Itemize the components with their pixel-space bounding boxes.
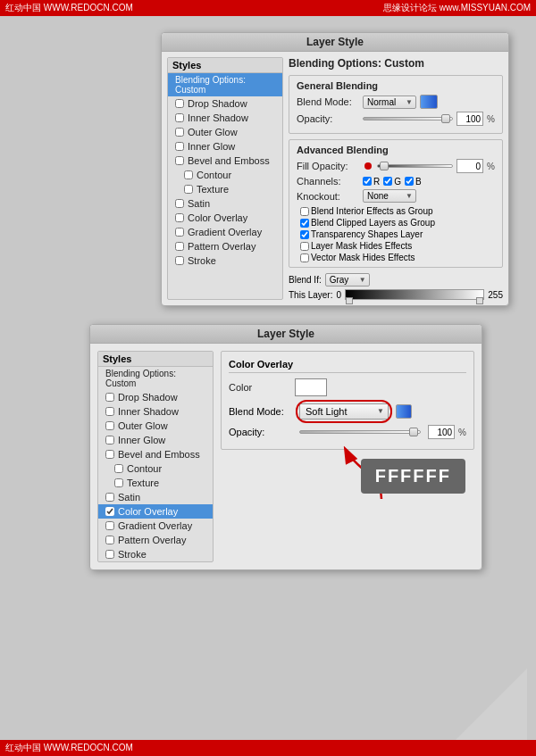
styles-item-satin-b[interactable]: Satin (98, 490, 213, 504)
blend-interior-checkbox[interactable]: Blend Interior Effects as Group (300, 206, 495, 216)
general-blending-title: General Blending (297, 80, 495, 91)
fill-opacity-indicator (364, 162, 372, 170)
styles-item-drop-shadow[interactable]: Drop Shadow (168, 96, 282, 111)
styles-item-pattern-overlay-b[interactable]: Pattern Overlay (98, 533, 213, 547)
fill-opacity-label: Fill Opacity: (297, 161, 359, 171)
opacity-thumb[interactable] (441, 114, 450, 123)
styles-panel-top-heading: Styles (168, 58, 282, 73)
blend-mode-arrow-btn[interactable] (396, 404, 412, 419)
opacity-slider-bottom[interactable] (299, 430, 421, 434)
styles-item-inner-shadow-b[interactable]: Inner Shadow (98, 404, 213, 419)
color-overlay-section-title: Color Overlay (229, 359, 466, 373)
channels-checkboxes: R G B (363, 177, 422, 187)
channel-g[interactable]: G (383, 177, 401, 187)
styles-item-texture[interactable]: Texture (168, 182, 282, 196)
styles-item-gradient-overlay-top[interactable]: Gradient Overlay (168, 225, 282, 239)
knockout-row: Knockout: None (297, 189, 495, 203)
styles-panel-bottom-heading: Styles (98, 352, 213, 367)
styles-panel-bottom: Styles Blending Options: Custom Drop Sha… (97, 351, 214, 562)
opacity-unit-bottom: % (458, 428, 466, 437)
styles-item-blending-options[interactable]: Blending Options: Custom (168, 73, 282, 96)
dialog-bottom-title: Layer Style (90, 325, 482, 344)
this-layer-slider[interactable] (345, 289, 484, 300)
styles-item-contour[interactable]: Contour (168, 168, 282, 182)
advanced-blending-section: Advanced Blending Fill Opacity: % Channe… (289, 139, 503, 268)
blend-mode-label: Blend Mode: (297, 96, 359, 107)
styles-item-color-overlay-active[interactable]: Color Overlay (98, 504, 213, 519)
hex-color-label-container: FFFFFF (361, 459, 465, 494)
transparency-shapes-checkbox[interactable]: Transparency Shapes Layer (300, 229, 495, 239)
styles-item-stroke-top[interactable]: Stroke (168, 253, 282, 268)
opacity-row: Opacity: % (297, 112, 495, 126)
knockout-dropdown[interactable]: None (363, 189, 416, 203)
color-overlay-box: Color Overlay Color Blend Mode: Soft Lig… (221, 351, 474, 450)
styles-item-drop-shadow-b[interactable]: Drop Shadow (98, 390, 213, 404)
blend-if-row: Blend If: Gray (289, 273, 503, 287)
color-overlay-section: Color Overlay Color Blend Mode: Soft Lig… (221, 351, 474, 562)
this-layer-row: This Layer: 0 255 (289, 289, 503, 300)
annotation-area: FFFFFF (221, 450, 474, 503)
styles-item-outer-glow-b[interactable]: Outer Glow (98, 419, 213, 433)
blend-mode-color-swatch[interactable] (420, 95, 438, 109)
blending-options-title: Blending Options: Custom (289, 57, 503, 70)
this-layer-left-handle[interactable] (346, 297, 353, 304)
opacity-input-bottom[interactable] (428, 425, 455, 439)
blend-clipped-checkbox[interactable]: Blend Clipped Layers as Group (300, 218, 495, 228)
fill-opacity-row: Fill Opacity: % (297, 159, 495, 173)
styles-item-gradient-overlay-b[interactable]: Gradient Overlay (98, 519, 213, 533)
fill-opacity-unit: % (487, 162, 495, 171)
blend-mode-row: Blend Mode: Normal (297, 95, 495, 109)
styles-item-blending-options-bottom[interactable]: Blending Options: Custom (98, 367, 213, 390)
blend-mode-dropdown-bottom[interactable]: Soft Light (299, 403, 389, 420)
channels-row: Channels: R G B (297, 176, 495, 187)
styles-item-inner-glow-b[interactable]: Inner Glow (98, 433, 213, 447)
fill-opacity-slider[interactable] (377, 164, 453, 168)
channel-b[interactable]: B (405, 177, 422, 187)
layer-style-dialog-bottom: Layer Style Styles Blending Options: Cus… (89, 324, 482, 570)
hex-color-label: FFFFFF (361, 459, 465, 494)
bottom-watermark: 红动中国 WWW.REDOCN.COM (0, 740, 536, 756)
styles-item-stroke-b[interactable]: Stroke (98, 547, 213, 561)
blend-mode-dropdown[interactable]: Normal (363, 96, 416, 109)
styles-item-inner-glow[interactable]: Inner Glow (168, 139, 282, 154)
advanced-blending-title: Advanced Blending (297, 145, 495, 155)
vector-mask-checkbox[interactable]: Vector Mask Hides Effects (300, 253, 495, 262)
styles-item-bevel-emboss-b[interactable]: Bevel and Emboss (98, 447, 213, 461)
advanced-checkboxes: Blend Interior Effects as Group Blend Cl… (300, 206, 495, 262)
svg-marker-0 (456, 669, 527, 740)
layer-style-dialog-top: Layer Style Styles Blending Options: Cus… (161, 32, 509, 306)
knockout-label: Knockout: (297, 191, 359, 202)
this-layer-right-handle[interactable] (476, 297, 483, 304)
fill-opacity-thumb[interactable] (380, 162, 389, 170)
blend-if-label: Blend If: (289, 275, 322, 285)
opacity-unit: % (487, 114, 495, 124)
channel-r[interactable]: R (363, 177, 380, 187)
opacity-label-bottom: Opacity: (229, 427, 296, 437)
styles-item-contour-b[interactable]: Contour (98, 461, 213, 476)
color-swatch[interactable] (295, 378, 327, 396)
styles-item-satin[interactable]: Satin (168, 196, 282, 211)
this-layer-label: This Layer: (289, 290, 332, 300)
color-row: Color (229, 378, 466, 396)
styles-item-pattern-overlay-top[interactable]: Pattern Overlay (168, 239, 282, 253)
styles-item-outer-glow[interactable]: Outer Glow (168, 125, 282, 139)
blend-mode-wrapper: Soft Light (299, 403, 389, 420)
color-label: Color (229, 382, 291, 393)
layer-mask-checkbox[interactable]: Layer Mask Hides Effects (300, 241, 495, 251)
channels-label: Channels: (297, 176, 359, 187)
decorative-triangle (456, 669, 527, 740)
blending-options-panel: Blending Options: Custom General Blendin… (289, 57, 503, 300)
styles-item-inner-shadow[interactable]: Inner Shadow (168, 111, 282, 125)
opacity-slider[interactable] (363, 117, 453, 120)
blend-mode-row-bottom: Blend Mode: Soft Light (229, 403, 466, 420)
opacity-thumb-bottom[interactable] (409, 428, 418, 436)
blend-if-dropdown[interactable]: Gray (325, 273, 370, 287)
styles-item-texture-b[interactable]: Texture (98, 476, 213, 490)
opacity-row-bottom: Opacity: % (229, 425, 466, 439)
this-layer-min: 0 (336, 290, 341, 300)
styles-item-color-overlay-top[interactable]: Color Overlay (168, 211, 282, 225)
styles-item-bevel-emboss[interactable]: Bevel and Emboss (168, 154, 282, 168)
fill-opacity-input[interactable] (456, 159, 483, 173)
general-blending-section: General Blending Blend Mode: Normal Opac… (289, 75, 503, 134)
opacity-input[interactable] (456, 112, 483, 126)
